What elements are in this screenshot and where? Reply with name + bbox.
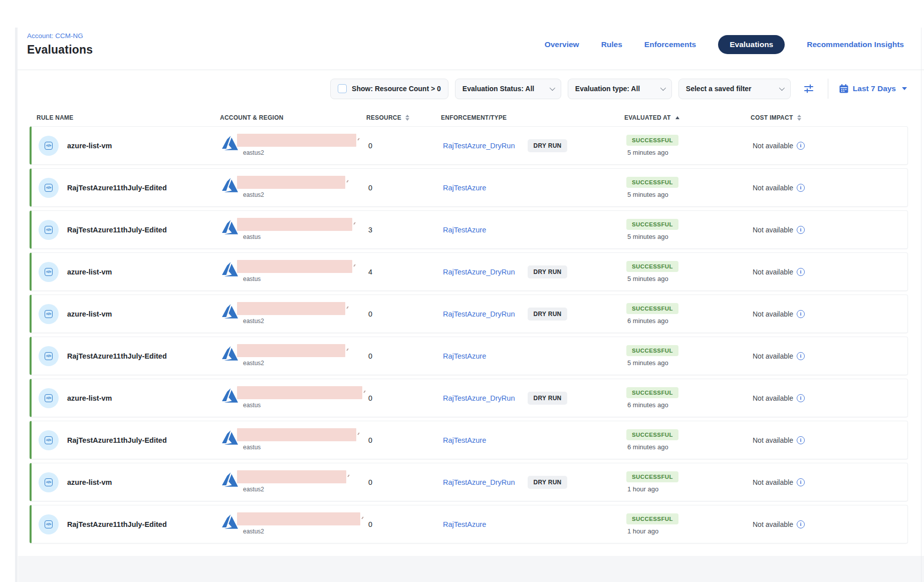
saved-filter-select[interactable]: Select a saved filter	[678, 79, 791, 99]
evaluation-row[interactable]: </> azure-list-vm eastus2 0 RajTestAzure…	[30, 295, 908, 333]
region-label: eastus2	[243, 318, 264, 325]
region-label: eastus2	[243, 528, 264, 535]
tab-rules[interactable]: Rules	[601, 40, 622, 49]
sort-icon[interactable]	[405, 115, 409, 121]
enforcement-link[interactable]: RajTestAzure_DryRun	[443, 310, 515, 318]
rule-cell: </> RajTestAzure11thJuly-Edited	[39, 346, 222, 366]
caret-down-icon	[902, 87, 907, 90]
evaluation-row[interactable]: </> RajTestAzure11thJuly-Edited eastus2 …	[30, 505, 908, 543]
col-evaluated-at: EVALUATED AT	[624, 114, 751, 121]
enforcement-cell: RajTestAzure_DryRun DRY RUN	[443, 392, 626, 405]
rule-type-icon: </>	[39, 514, 59, 534]
resource-count: 0	[368, 478, 443, 486]
azure-logo-icon	[222, 178, 238, 192]
evaluation-row[interactable]: </> azure-list-vm eastus2 0 RajTestAzure…	[30, 463, 908, 501]
info-icon[interactable]: i	[797, 478, 805, 486]
resource-count: 0	[368, 394, 443, 402]
account-region-cell: eastus2	[222, 344, 368, 368]
show-resource-count-toggle[interactable]: Show: Resource Count > 0	[330, 79, 448, 99]
enforcement-link[interactable]: RajTestAzure_DryRun	[443, 478, 515, 486]
evaluation-status-select[interactable]: Evaluation Status: All	[455, 79, 561, 99]
enforcement-cell: RajTestAzure	[443, 352, 626, 360]
account-region-cell: eastus	[222, 260, 368, 284]
rule-cell: </> azure-list-vm	[39, 388, 222, 408]
rule-name: RajTestAzure11thJuly-Edited	[67, 352, 167, 360]
cost-impact-cell: Not available i	[753, 394, 907, 402]
status-badge: SUCCESSFUL	[626, 135, 678, 146]
evaluation-row[interactable]: </> azure-list-vm eastus 0 RajTestAzure_…	[30, 379, 908, 417]
dry-run-badge: DRY RUN	[528, 139, 567, 152]
rule-type-icon: </>	[39, 136, 59, 156]
rule-type-icon: </>	[39, 346, 59, 366]
evaluated-time: 1 hour ago	[626, 485, 658, 493]
resource-count-checkbox[interactable]	[338, 84, 347, 93]
info-icon[interactable]: i	[797, 226, 805, 234]
code-rule-icon: </>	[45, 352, 53, 360]
evaluation-row[interactable]: </> RajTestAzure11thJuly-Edited eastus 3…	[30, 210, 908, 249]
evaluation-row[interactable]: </> RajTestAzure11thJuly-Edited eastus2 …	[30, 168, 908, 207]
evaluated-at-cell: SUCCESSFUL 1 hour ago	[626, 471, 753, 493]
calendar-icon	[839, 84, 849, 94]
redacted-account-bar	[237, 302, 345, 315]
cost-impact-cell: Not available i	[753, 310, 907, 318]
rule-name: RajTestAzure11thJuly-Edited	[67, 184, 167, 192]
evaluations-page: Account: CCM-NG Evaluations Overview Rul…	[0, 0, 924, 582]
rule-type-icon: </>	[39, 472, 59, 492]
rule-type-icon: </>	[39, 430, 59, 450]
breadcrumb-account-link[interactable]: Account: CCM-NG	[27, 32, 93, 40]
info-icon[interactable]: i	[797, 142, 805, 150]
evaluated-time: 5 minutes ago	[626, 191, 668, 198]
enforcement-link[interactable]: RajTestAzure	[443, 352, 486, 360]
tab-enforcements[interactable]: Enforcements	[644, 40, 696, 49]
tab-nav: Overview Rules Enforcements Evaluations …	[545, 35, 904, 54]
code-rule-icon: </>	[45, 142, 53, 150]
evaluation-row[interactable]: </> RajTestAzure11thJuly-Edited eastus 0…	[30, 421, 908, 459]
tab-overview[interactable]: Overview	[545, 40, 579, 49]
enforcement-link[interactable]: RajTestAzure_DryRun	[443, 142, 515, 150]
info-icon[interactable]: i	[797, 394, 805, 402]
tab-evaluations-active[interactable]: Evaluations	[718, 35, 785, 54]
sort-icon[interactable]	[797, 115, 801, 121]
filter-settings-button[interactable]	[800, 80, 817, 97]
info-icon[interactable]: i	[797, 184, 805, 192]
enforcement-link[interactable]: RajTestAzure	[443, 436, 486, 444]
region-label: eastus	[243, 275, 261, 282]
redacted-account-bar	[237, 176, 345, 189]
info-icon[interactable]: i	[797, 520, 805, 528]
evaluation-type-select[interactable]: Evaluation type: All	[568, 79, 672, 99]
evaluated-at-cell: SUCCESSFUL 6 minutes ago	[626, 429, 753, 451]
info-icon[interactable]: i	[797, 436, 805, 444]
sort-asc-icon[interactable]	[675, 116, 679, 119]
rule-name: azure-list-vm	[67, 310, 112, 318]
evaluation-row[interactable]: </> azure-list-vm eastus 4 RajTestAzure_…	[30, 252, 908, 291]
code-rule-icon: </>	[45, 268, 53, 276]
cost-impact-cell: Not available i	[753, 142, 907, 150]
enforcement-cell: RajTestAzure	[443, 226, 626, 234]
info-icon[interactable]: i	[797, 310, 805, 318]
evaluation-row[interactable]: </> RajTestAzure11thJuly-Edited eastus2 …	[30, 337, 908, 375]
enforcement-link[interactable]: RajTestAzure	[443, 184, 486, 192]
enforcement-link[interactable]: RajTestAzure_DryRun	[443, 394, 515, 402]
redacted-account-bar	[237, 260, 352, 273]
status-badge: SUCCESSFUL	[626, 513, 678, 524]
info-icon[interactable]: i	[797, 268, 805, 276]
evaluated-at-cell: SUCCESSFUL 5 minutes ago	[626, 135, 753, 156]
date-range-picker[interactable]: Last 7 Days	[839, 84, 907, 94]
enforcement-link[interactable]: RajTestAzure	[443, 226, 486, 234]
enforcement-cell: RajTestAzure_DryRun DRY RUN	[443, 265, 626, 278]
enforcement-link[interactable]: RajTestAzure_DryRun	[443, 268, 515, 276]
enforcement-cell: RajTestAzure	[443, 436, 626, 444]
info-icon[interactable]: i	[797, 352, 805, 360]
evaluation-row[interactable]: </> azure-list-vm eastus2 0 RajTestAzure…	[30, 126, 908, 165]
resource-count: 0	[368, 310, 443, 318]
enforcement-link[interactable]: RajTestAzure	[443, 520, 486, 528]
filter-divider	[828, 79, 828, 99]
rule-cell: </> azure-list-vm	[39, 304, 222, 324]
azure-logo-icon	[222, 472, 238, 487]
col-enforcement-type: ENFORCEMENT/TYPE	[441, 114, 624, 121]
evaluated-at-cell: SUCCESSFUL 5 minutes ago	[626, 219, 753, 240]
rule-name: azure-list-vm	[67, 478, 112, 486]
tab-recommendation-insights[interactable]: Recommendation Insights	[807, 40, 904, 49]
cost-impact-value: Not available	[753, 142, 793, 150]
region-label: eastus2	[243, 191, 264, 198]
